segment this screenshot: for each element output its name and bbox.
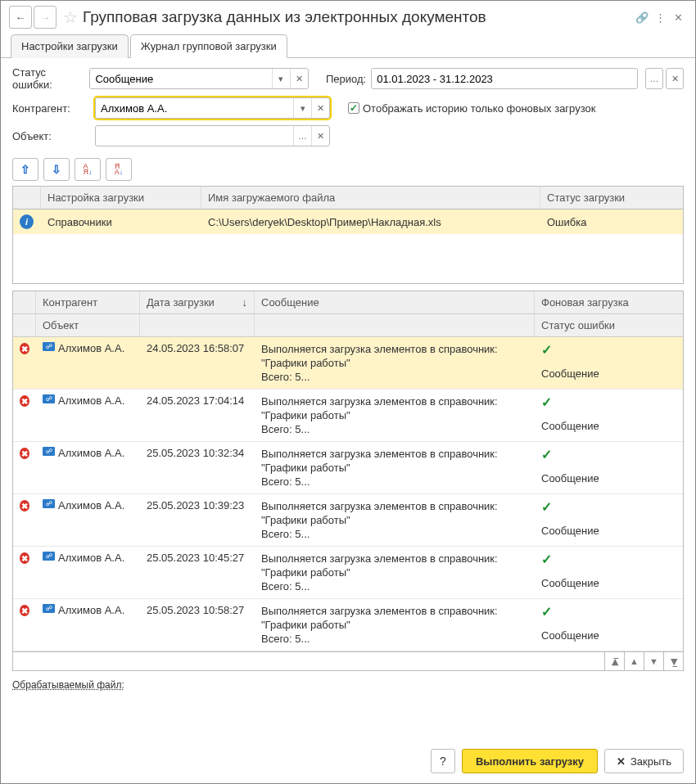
period-clear-icon[interactable]: ✕ — [666, 68, 684, 89]
grid-header-message[interactable]: Сообщение — [255, 291, 535, 313]
link-icon[interactable]: 🔗 — [633, 11, 651, 24]
grid-header-object[interactable]: Объект — [36, 314, 140, 336]
check-icon: ✓ — [541, 343, 552, 357]
close-button[interactable]: ✕Закрыть — [604, 749, 684, 773]
journal-grid: Контрагент Дата загрузки↓ Сообщение Фоно… — [12, 291, 684, 671]
error-status-input[interactable]: ▾ ✕ — [89, 68, 308, 89]
clear-icon[interactable]: ✕ — [311, 98, 329, 118]
grid-header-counterparty[interactable]: Контрагент — [36, 291, 140, 313]
cell-date: 25.05.2023 10:39:23 — [140, 498, 255, 543]
back-button[interactable]: ← — [9, 6, 32, 29]
error-icon: ✖ — [20, 552, 29, 564]
cell-counterparty: ☍Алхимов А.А. — [36, 393, 140, 438]
execute-button[interactable]: Выполнить загрузку — [462, 749, 598, 773]
cell-message: Выполняется загрузка элементов в справоч… — [255, 550, 535, 595]
cell-status: ✓Сообщение — [535, 498, 683, 543]
cell-counterparty: ☍Алхимов А.А. — [36, 445, 140, 490]
error-status-label: Статус ошибки: — [12, 66, 84, 91]
move-up-button[interactable]: ⇧ — [12, 158, 38, 181]
object-input[interactable]: … ✕ — [95, 125, 330, 146]
help-button[interactable]: ? — [431, 749, 455, 773]
cell-status: ✓Сообщение — [535, 550, 683, 595]
cell-status: ✓Сообщение — [535, 602, 683, 647]
record-icon: ☍ — [43, 394, 55, 403]
settings-table: Настройка загрузки Имя загружаемого файл… — [12, 186, 684, 284]
object-field[interactable] — [96, 126, 293, 146]
period-input[interactable] — [371, 68, 638, 89]
cell-status: Ошибка — [540, 210, 683, 234]
counterparty-field[interactable] — [96, 98, 293, 118]
cell-date: 25.05.2023 10:58:27 — [140, 602, 255, 647]
grid-row[interactable]: ✖☍Алхимов А.А.24.05.2023 17:04:14Выполня… — [13, 390, 683, 442]
processing-file-label: Обрабатываемый файл: — [1, 671, 695, 699]
cell-message: Выполняется загрузка элементов в справоч… — [255, 393, 535, 438]
grid-row[interactable]: ✖☍Алхимов А.А.25.05.2023 10:39:23Выполня… — [13, 494, 683, 547]
cell-date: 24.05.2023 16:58:07 — [140, 340, 255, 385]
cell-file: C:\Users\deryek\Desktop\Пример\Накладная… — [201, 210, 540, 234]
show-history-checkbox[interactable]: ✓ — [348, 102, 359, 114]
cell-message: Выполняется загрузка элементов в справоч… — [255, 602, 535, 647]
more-icon[interactable]: ⋮ — [651, 11, 669, 24]
record-icon: ☍ — [43, 499, 55, 508]
grid-last-button[interactable]: ▼̲ — [663, 652, 683, 670]
record-icon: ☍ — [43, 604, 55, 613]
grid-first-button[interactable]: ▲̅ — [604, 652, 624, 670]
grid-header-icon — [13, 291, 36, 313]
period-more-icon[interactable]: … — [645, 68, 663, 89]
error-icon: ✖ — [20, 343, 29, 354]
grid-up-button[interactable]: ▲ — [624, 652, 644, 670]
error-status-field[interactable] — [90, 69, 271, 88]
page-title: Групповая загрузка данных из электронных… — [83, 8, 486, 26]
move-down-button[interactable]: ⇩ — [43, 158, 70, 181]
grid-row[interactable]: ✖☍Алхимов А.А.25.05.2023 10:45:27Выполня… — [13, 547, 683, 599]
cell-counterparty: ☍Алхимов А.А. — [36, 498, 140, 543]
error-icon: ✖ — [20, 605, 29, 616]
grid-row[interactable]: ✖☍Алхимов А.А.25.05.2023 10:32:34Выполня… — [13, 442, 683, 494]
cell-status: ✓Сообщение — [535, 445, 683, 490]
forward-button[interactable]: → — [34, 6, 56, 29]
cell-message: Выполняется загрузка элементов в справоч… — [255, 445, 535, 490]
record-icon: ☍ — [43, 447, 55, 456]
cell-message: Выполняется загрузка элементов в справоч… — [255, 498, 535, 543]
show-history-label: Отображать историю только фоновых загруз… — [363, 102, 595, 115]
dropdown-icon[interactable]: ▾ — [293, 98, 311, 118]
grid-header-background[interactable]: Фоновая загрузка — [535, 291, 683, 313]
check-icon: ✓ — [541, 448, 552, 462]
error-icon: ✖ — [20, 500, 29, 511]
grid-row[interactable]: ✖☍Алхимов А.А.25.05.2023 10:58:27Выполня… — [13, 599, 683, 651]
grid-header-error-status[interactable]: Статус ошибки — [535, 314, 683, 336]
sort-desc-button[interactable]: ЯА↓ — [106, 158, 132, 181]
star-icon[interactable]: ☆ — [63, 7, 78, 27]
tab-journal[interactable]: Журнал групповой загрузки — [130, 34, 287, 58]
object-more-icon[interactable]: … — [293, 126, 311, 146]
cell-status: ✓Сообщение — [535, 340, 683, 385]
record-icon: ☍ — [43, 552, 55, 561]
tab-settings[interactable]: Настройки загрузки — [11, 34, 129, 58]
grid-row[interactable]: ✖☍Алхимов А.А.24.05.2023 16:58:07Выполня… — [13, 337, 683, 390]
grid-down-button[interactable]: ▼ — [644, 652, 663, 670]
check-icon: ✓ — [541, 605, 552, 619]
cell-status: ✓Сообщение — [535, 393, 683, 438]
cell-date: 25.05.2023 10:45:27 — [140, 550, 255, 595]
close-icon[interactable]: ✕ — [669, 11, 687, 24]
error-icon: ✖ — [20, 395, 29, 407]
counterparty-label: Контрагент: — [12, 102, 90, 115]
period-field[interactable] — [372, 69, 637, 88]
counterparty-input[interactable]: ▾ ✕ — [95, 97, 330, 119]
clear-icon[interactable]: ✕ — [290, 69, 308, 88]
grid-header-date[interactable]: Дата загрузки↓ — [140, 291, 255, 313]
table-header-status[interactable]: Статус загрузки — [540, 187, 683, 209]
info-icon: i — [20, 214, 34, 229]
cell-date: 24.05.2023 17:04:14 — [140, 393, 255, 438]
clear-icon[interactable]: ✕ — [311, 126, 329, 146]
table-row[interactable]: i Справочники C:\Users\deryek\Desktop\Пр… — [13, 210, 683, 234]
table-header-settings[interactable]: Настройка загрузки — [41, 187, 201, 209]
check-icon: ✓ — [541, 552, 552, 566]
check-icon: ✓ — [541, 395, 552, 409]
check-icon: ✓ — [541, 500, 552, 514]
error-icon: ✖ — [20, 448, 29, 459]
cell-counterparty: ☍Алхимов А.А. — [36, 550, 140, 595]
sort-asc-button[interactable]: АЯ↓ — [75, 158, 101, 181]
dropdown-icon[interactable]: ▾ — [272, 69, 290, 88]
table-header-file[interactable]: Имя загружаемого файла — [201, 187, 540, 209]
